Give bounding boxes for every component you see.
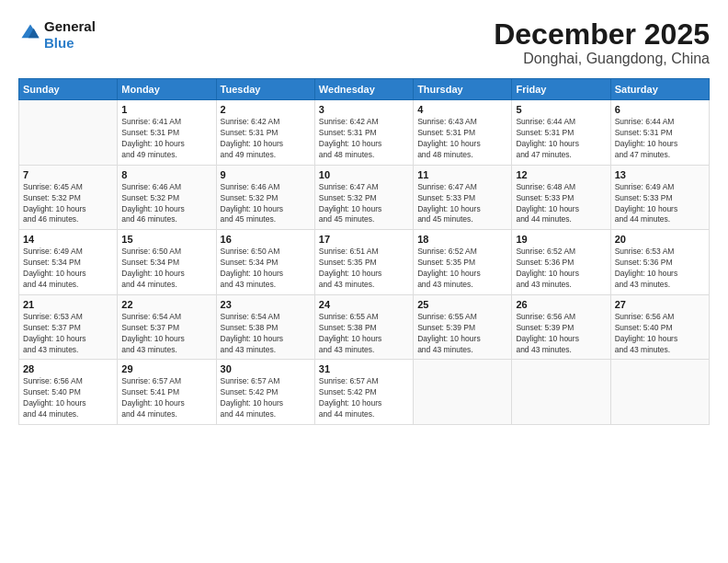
day-number: 5 [516, 104, 606, 115]
calendar-cell: 26Sunrise: 6:56 AM Sunset: 5:39 PM Dayli… [512, 294, 610, 360]
day-info: Sunrise: 6:47 AM Sunset: 5:33 PM Dayligh… [417, 182, 507, 226]
weekday-header-sunday: Sunday [19, 79, 118, 100]
calendar-cell: 7Sunrise: 6:45 AM Sunset: 5:32 PM Daylig… [19, 165, 118, 230]
day-info: Sunrise: 6:45 AM Sunset: 5:32 PM Dayligh… [23, 182, 113, 226]
calendar-cell [512, 360, 610, 425]
day-info: Sunrise: 6:54 AM Sunset: 5:38 PM Dayligh… [221, 312, 311, 356]
week-row-5: 28Sunrise: 6:56 AM Sunset: 5:40 PM Dayli… [19, 360, 710, 425]
day-number: 8 [121, 169, 211, 180]
calendar-cell: 23Sunrise: 6:54 AM Sunset: 5:38 PM Dayli… [216, 294, 314, 360]
week-row-2: 7Sunrise: 6:45 AM Sunset: 5:32 PM Daylig… [19, 165, 710, 230]
day-number: 9 [221, 169, 311, 180]
day-number: 25 [417, 299, 507, 310]
calendar-cell: 28Sunrise: 6:56 AM Sunset: 5:40 PM Dayli… [19, 360, 118, 425]
day-info: Sunrise: 6:43 AM Sunset: 5:31 PM Dayligh… [417, 117, 507, 161]
calendar-cell: 13Sunrise: 6:49 AM Sunset: 5:33 PM Dayli… [610, 165, 709, 230]
logo-text-line1: General [44, 18, 96, 35]
day-info: Sunrise: 6:57 AM Sunset: 5:42 PM Dayligh… [319, 376, 409, 420]
day-info: Sunrise: 6:56 AM Sunset: 5:40 PM Dayligh… [615, 312, 705, 356]
day-info: Sunrise: 6:55 AM Sunset: 5:39 PM Dayligh… [417, 312, 507, 356]
calendar-cell: 6Sunrise: 6:44 AM Sunset: 5:31 PM Daylig… [610, 100, 709, 166]
calendar-cell: 8Sunrise: 6:46 AM Sunset: 5:32 PM Daylig… [118, 165, 216, 230]
week-row-3: 14Sunrise: 6:49 AM Sunset: 5:34 PM Dayli… [19, 230, 710, 295]
day-number: 7 [23, 169, 113, 180]
day-info: Sunrise: 6:56 AM Sunset: 5:39 PM Dayligh… [516, 312, 606, 356]
calendar-cell: 16Sunrise: 6:50 AM Sunset: 5:34 PM Dayli… [216, 230, 314, 295]
calendar-cell: 14Sunrise: 6:49 AM Sunset: 5:34 PM Dayli… [19, 230, 118, 295]
day-info: Sunrise: 6:53 AM Sunset: 5:36 PM Dayligh… [615, 247, 705, 291]
day-info: Sunrise: 6:42 AM Sunset: 5:31 PM Dayligh… [221, 117, 311, 161]
day-number: 6 [615, 104, 705, 115]
day-number: 27 [615, 299, 705, 310]
logo: General Blue [18, 18, 96, 52]
day-number: 29 [121, 363, 211, 374]
day-number: 17 [319, 234, 409, 245]
weekday-header-monday: Monday [118, 79, 216, 100]
day-number: 15 [121, 234, 211, 245]
day-number: 20 [615, 234, 705, 245]
calendar-cell: 10Sunrise: 6:47 AM Sunset: 5:32 PM Dayli… [314, 165, 413, 230]
day-number: 18 [417, 234, 507, 245]
day-info: Sunrise: 6:57 AM Sunset: 5:41 PM Dayligh… [121, 376, 211, 420]
day-number: 13 [615, 169, 705, 180]
calendar-cell: 18Sunrise: 6:52 AM Sunset: 5:35 PM Dayli… [414, 230, 512, 295]
day-number: 3 [319, 104, 409, 115]
logo-text-line2: Blue [44, 35, 96, 52]
day-info: Sunrise: 6:55 AM Sunset: 5:38 PM Dayligh… [319, 312, 409, 356]
calendar-cell: 20Sunrise: 6:53 AM Sunset: 5:36 PM Dayli… [610, 230, 709, 295]
weekday-header-thursday: Thursday [414, 79, 512, 100]
calendar-cell: 12Sunrise: 6:48 AM Sunset: 5:33 PM Dayli… [512, 165, 610, 230]
week-row-1: 1Sunrise: 6:41 AM Sunset: 5:31 PM Daylig… [19, 100, 710, 166]
day-info: Sunrise: 6:50 AM Sunset: 5:34 PM Dayligh… [121, 247, 211, 291]
day-number: 24 [319, 299, 409, 310]
day-number: 1 [121, 104, 211, 115]
calendar-cell: 25Sunrise: 6:55 AM Sunset: 5:39 PM Dayli… [414, 294, 512, 360]
calendar-cell: 19Sunrise: 6:52 AM Sunset: 5:36 PM Dayli… [512, 230, 610, 295]
day-number: 23 [221, 299, 311, 310]
day-info: Sunrise: 6:41 AM Sunset: 5:31 PM Dayligh… [121, 117, 211, 161]
weekday-header-row: SundayMondayTuesdayWednesdayThursdayFrid… [19, 79, 710, 100]
calendar-cell [414, 360, 512, 425]
day-number: 21 [23, 299, 113, 310]
calendar-cell: 9Sunrise: 6:46 AM Sunset: 5:32 PM Daylig… [216, 165, 314, 230]
title-block: December 2025 Donghai, Guangdong, China [494, 18, 710, 67]
day-number: 28 [23, 363, 113, 374]
calendar-cell: 17Sunrise: 6:51 AM Sunset: 5:35 PM Dayli… [314, 230, 413, 295]
logo-icon [20, 23, 40, 43]
day-info: Sunrise: 6:48 AM Sunset: 5:33 PM Dayligh… [516, 182, 606, 226]
calendar-cell: 2Sunrise: 6:42 AM Sunset: 5:31 PM Daylig… [216, 100, 314, 166]
calendar-cell: 31Sunrise: 6:57 AM Sunset: 5:42 PM Dayli… [314, 360, 413, 425]
day-number: 16 [221, 234, 311, 245]
calendar-cell: 1Sunrise: 6:41 AM Sunset: 5:31 PM Daylig… [118, 100, 216, 166]
day-info: Sunrise: 6:44 AM Sunset: 5:31 PM Dayligh… [516, 117, 606, 161]
day-number: 4 [417, 104, 507, 115]
calendar-cell: 5Sunrise: 6:44 AM Sunset: 5:31 PM Daylig… [512, 100, 610, 166]
day-number: 22 [121, 299, 211, 310]
day-info: Sunrise: 6:46 AM Sunset: 5:32 PM Dayligh… [221, 182, 311, 226]
calendar-cell [610, 360, 709, 425]
calendar-page: General Blue December 2025 Donghai, Guan… [0, 0, 728, 563]
day-info: Sunrise: 6:51 AM Sunset: 5:35 PM Dayligh… [319, 247, 409, 291]
calendar-table: SundayMondayTuesdayWednesdayThursdayFrid… [18, 78, 710, 425]
calendar-cell: 27Sunrise: 6:56 AM Sunset: 5:40 PM Dayli… [610, 294, 709, 360]
calendar-cell: 4Sunrise: 6:43 AM Sunset: 5:31 PM Daylig… [414, 100, 512, 166]
header: General Blue December 2025 Donghai, Guan… [18, 18, 710, 67]
day-number: 31 [319, 363, 409, 374]
calendar-cell: 22Sunrise: 6:54 AM Sunset: 5:37 PM Dayli… [118, 294, 216, 360]
weekday-header-wednesday: Wednesday [314, 79, 413, 100]
day-info: Sunrise: 6:54 AM Sunset: 5:37 PM Dayligh… [121, 312, 211, 356]
month-title: December 2025 [494, 18, 710, 51]
day-info: Sunrise: 6:56 AM Sunset: 5:40 PM Dayligh… [23, 376, 113, 420]
weekday-header-tuesday: Tuesday [216, 79, 314, 100]
day-info: Sunrise: 6:47 AM Sunset: 5:32 PM Dayligh… [319, 182, 409, 226]
day-number: 2 [221, 104, 311, 115]
calendar-cell: 24Sunrise: 6:55 AM Sunset: 5:38 PM Dayli… [314, 294, 413, 360]
day-info: Sunrise: 6:42 AM Sunset: 5:31 PM Dayligh… [319, 117, 409, 161]
day-info: Sunrise: 6:52 AM Sunset: 5:35 PM Dayligh… [417, 247, 507, 291]
calendar-cell: 30Sunrise: 6:57 AM Sunset: 5:42 PM Dayli… [216, 360, 314, 425]
calendar-cell: 29Sunrise: 6:57 AM Sunset: 5:41 PM Dayli… [118, 360, 216, 425]
day-number: 11 [417, 169, 507, 180]
calendar-cell: 21Sunrise: 6:53 AM Sunset: 5:37 PM Dayli… [19, 294, 118, 360]
day-number: 14 [23, 234, 113, 245]
day-info: Sunrise: 6:57 AM Sunset: 5:42 PM Dayligh… [221, 376, 311, 420]
